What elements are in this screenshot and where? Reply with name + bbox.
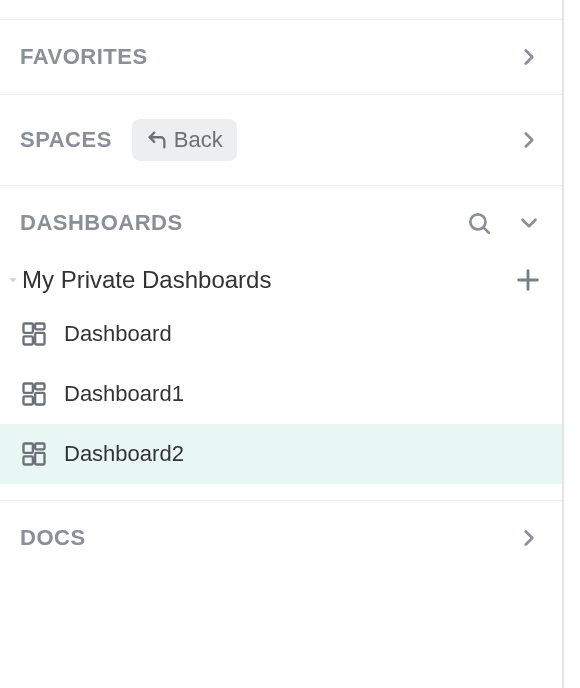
spaces-left: SPACES Back (20, 119, 237, 161)
dashboard-icon (20, 440, 48, 468)
svg-rect-11 (35, 393, 44, 405)
dashboard-icon (20, 320, 48, 348)
dashboard-item-label: Dashboard2 (64, 441, 184, 467)
svg-rect-8 (24, 336, 33, 344)
svg-line-1 (484, 228, 489, 233)
svg-rect-9 (24, 384, 33, 393)
group-my-private-dashboards[interactable]: My Private Dashboards (0, 248, 562, 304)
chevron-right-icon (516, 127, 542, 153)
svg-rect-7 (35, 333, 44, 345)
svg-rect-16 (24, 456, 33, 464)
svg-rect-15 (35, 453, 44, 465)
back-label: Back (174, 127, 223, 153)
docs-title: DOCS (20, 525, 86, 551)
dashboard-item-label: Dashboard (64, 321, 172, 347)
svg-rect-14 (35, 444, 44, 450)
caret-down-icon (6, 273, 20, 287)
svg-rect-6 (35, 324, 44, 330)
dashboards-title: DASHBOARDS (20, 210, 183, 236)
group-title: My Private Dashboards (22, 266, 271, 294)
svg-rect-10 (35, 384, 44, 390)
group-left: My Private Dashboards (6, 266, 271, 294)
dashboard-item[interactable]: Dashboard1 (0, 364, 562, 424)
svg-rect-5 (24, 324, 33, 333)
dashboard-icon (20, 380, 48, 408)
add-dashboard-button[interactable] (514, 266, 542, 294)
section-dashboards-header: DASHBOARDS (0, 186, 562, 248)
docs-section-wrapper: DOCS (0, 500, 562, 575)
dashboard-item[interactable]: Dashboard2 (0, 424, 562, 484)
chevron-down-icon[interactable] (516, 210, 542, 236)
top-spacer (0, 0, 562, 20)
dashboards-controls (466, 210, 542, 236)
svg-marker-2 (10, 278, 17, 282)
section-favorites[interactable]: FAVORITES (0, 20, 562, 95)
chevron-right-icon (516, 44, 542, 70)
chevron-right-icon (516, 525, 542, 551)
sidebar: FAVORITES SPACES Back DASHBOARDS (0, 0, 564, 688)
spaces-title: SPACES (20, 127, 112, 153)
back-arrow-icon (146, 129, 168, 151)
section-spaces[interactable]: SPACES Back (0, 95, 562, 186)
svg-rect-13 (24, 444, 33, 453)
section-docs[interactable]: DOCS (0, 501, 562, 575)
favorites-title: FAVORITES (20, 44, 148, 70)
back-button[interactable]: Back (132, 119, 237, 161)
dashboard-item-label: Dashboard1 (64, 381, 184, 407)
search-icon[interactable] (466, 210, 492, 236)
dashboard-item[interactable]: Dashboard (0, 304, 562, 364)
svg-rect-12 (24, 396, 33, 404)
